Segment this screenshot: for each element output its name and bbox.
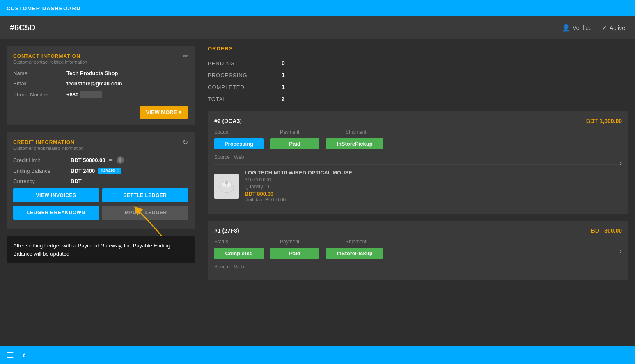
order-2-labels: Status Payment Shipment [214,239,622,245]
annotation-text: After settling Ledger with a Payment Gat… [13,243,170,257]
email-row: Email techstore@gmail.com [13,80,188,87]
bottom-bar: ☰ ‹ [0,346,635,364]
right-panel: ORDERS PENDING 0 PROCESSING 1 COMPLETED … [201,39,635,346]
currency-label: Currency [13,178,71,184]
order-1-header: #2 (DCA3) BDT 1,600.00 [214,118,622,124]
top-bar-title: CUSTOMER DASHBOARD [7,5,80,11]
active-icon: ✓ [602,24,607,32]
order-1-shipment-label: Shipment [346,129,395,135]
orders-title: ORDERS [208,46,628,52]
order-1-chevron-icon[interactable]: › [619,158,622,167]
active-badge: ✓ Active [602,24,625,32]
phone-blur: •••••••• [80,91,101,98]
ledger-breakdown-button[interactable]: LEDGER BREAKDOWN [13,206,99,220]
order-2-amount: BDT 300.00 [591,227,622,234]
order-1-id: #2 (DCA3) [214,118,242,124]
back-icon[interactable]: ‹ [22,349,25,361]
currency-row: Currency BDT [13,178,188,184]
order-2-payment-label: Payment [280,239,329,245]
phone-prefix: +880 [66,92,78,98]
verified-label: Verified [573,25,592,31]
settle-ledger-button[interactable]: SETTLE LEDGER [102,188,188,202]
contact-info-subtitle: Customer contact related information [13,60,188,64]
product-price-1: BDT 800.00 [245,191,622,197]
phone-row: Phone Number +880 •••••••• [13,91,188,98]
order-2-payment-button[interactable]: Paid [270,248,319,259]
stat-row-total: TOTAL 2 [208,93,628,105]
name-row: Name Tech Products Shop [13,70,188,76]
sub-header: #6C5D 👤 Verified ✓ Active [0,16,635,39]
main-content: CONTACT INFORMATION ✏ Customer contact r… [0,39,635,346]
payable-badge: PAYABLE [98,168,121,174]
product-row-1: LOGITECH M110 WIRED OPTICAL MOUSE 910-00… [214,164,622,208]
menu-icon[interactable]: ☰ [7,350,14,360]
stat-value-pending: 0 [282,60,285,66]
order-2-shipment-button[interactable]: InStorePickup [326,248,383,259]
view-more-button[interactable]: VIEW MORE [140,106,188,119]
order-1-source: Source : Web [214,154,622,160]
stat-label-completed: COMPLETED [208,84,282,90]
ending-balance-row: Ending Balance BDT 2400 PAYABLE [13,168,188,174]
product-info-1: LOGITECH M110 WIRED OPTICAL MOUSE 910-00… [245,169,622,203]
credit-limit-label: Credit Limit [13,157,71,163]
order-1-payment-button[interactable]: Paid [270,138,319,149]
stat-label-total: TOTAL [208,96,282,102]
ending-balance-value: BDT 2400 PAYABLE [71,168,121,174]
edit-credit-limit-icon[interactable]: ✏ [109,157,113,163]
email-label: Email [13,80,66,87]
order-2-status-button[interactable]: Completed [214,248,264,259]
ending-balance-amount: BDT 2400 [71,168,95,174]
order-1-status-label: Status [214,129,264,135]
credit-info-card: CREDIT INFORMATION ↻ Customer credit rel… [7,132,195,229]
credit-info-title: CREDIT INFORMATION [13,140,75,145]
order-2-buttons: Completed Paid InStorePickup [214,248,622,259]
sub-header-badges: 👤 Verified ✓ Active [562,24,625,32]
annotation-container: After settling Ledger with a Payment Gat… [7,236,195,263]
product-image-1 [214,174,239,199]
order-2-header: #1 (27F8) BDT 300.00 [214,227,622,234]
order-1-buttons: Processing Paid InStorePickup [214,138,622,149]
edit-contact-icon[interactable]: ✏ [183,52,188,60]
order-1-status-button[interactable]: Processing [214,138,264,149]
stat-row-processing: PROCESSING 1 [208,69,628,81]
stat-value-completed: 1 [282,84,285,90]
orders-stats: PENDING 0 PROCESSING 1 COMPLETED 1 TOTAL… [208,57,628,105]
import-ledger-button[interactable]: IMPORT LEDGER [102,206,188,220]
order-1-shipment-button[interactable]: InStorePickup [326,138,383,149]
phone-label: Phone Number [13,92,66,98]
email-value: techstore@gmail.com [66,80,122,87]
view-invoices-button[interactable]: VIEW INVOICES [13,188,99,202]
product-name-1: LOGITECH M110 WIRED OPTICAL MOUSE [245,169,622,176]
product-tax-1: Unit Tax: BDT 0.00 [245,197,622,203]
credit-info-subtitle: Customer credit related information [13,146,188,151]
order-1-payment-label: Payment [280,129,329,135]
order-card-2: #1 (27F8) BDT 300.00 Status Payment Ship… [208,221,628,280]
order-2-source: Source : Web [214,264,622,270]
currency-value: BDT [71,178,82,184]
order-2-shipment-label: Shipment [346,239,395,245]
annotation-box: After settling Ledger with a Payment Gat… [7,236,195,263]
order-1-labels: Status Payment Shipment [214,129,622,135]
refresh-icon[interactable]: ↻ [183,138,188,146]
contact-info-card: CONTACT INFORMATION ✏ Customer contact r… [7,46,195,125]
credit-actions-row1: VIEW INVOICES SETTLE LEDGER [13,188,188,202]
stat-value-processing: 1 [282,72,285,78]
credit-limit-value: BDT 50000.00 ✏ i [71,156,124,164]
stat-label-pending: PENDING [208,60,282,66]
order-2-id: #1 (27F8) [214,227,239,234]
name-value: Tech Products Shop [66,70,118,76]
svg-rect-4 [226,181,227,183]
left-panel: CONTACT INFORMATION ✏ Customer contact r… [0,39,201,346]
order-2-status-label: Status [214,239,264,245]
active-label: Active [610,25,625,31]
stat-row-completed: COMPLETED 1 [208,81,628,93]
credit-limit-amount: BDT 50000.00 [71,157,105,163]
verified-badge: 👤 Verified [562,24,592,32]
customer-id: #6C5D [10,23,35,32]
stat-label-processing: PROCESSING [208,72,282,78]
order-1-amount: BDT 1,600.00 [586,118,622,124]
info-icon[interactable]: i [117,156,124,164]
stat-row-pending: PENDING 0 [208,57,628,69]
order-2-chevron-icon[interactable]: › [619,246,622,255]
stat-value-total: 2 [282,96,285,102]
